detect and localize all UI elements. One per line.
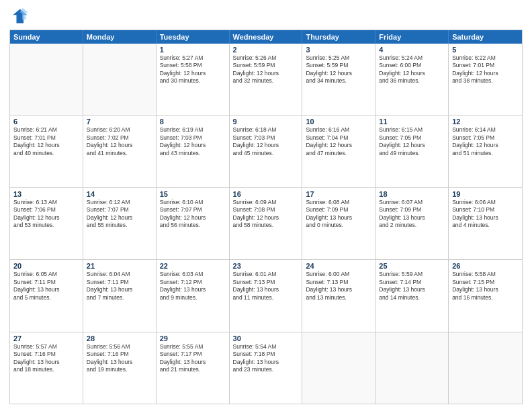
calendar-row-3: 20Sunrise: 6:05 AM Sunset: 7:11 PM Dayli… <box>10 259 522 331</box>
day-number: 14 <box>87 190 152 198</box>
day-number: 15 <box>160 190 226 198</box>
day-info: Sunrise: 6:10 AM Sunset: 7:07 PM Dayligh… <box>160 199 226 230</box>
day-info: Sunrise: 5:27 AM Sunset: 5:58 PM Dayligh… <box>160 54 226 85</box>
calendar-row-0: 1Sunrise: 5:27 AM Sunset: 5:58 PM Daylig… <box>10 44 522 115</box>
day-number: 5 <box>452 46 519 54</box>
calendar-row-4: 27Sunrise: 5:57 AM Sunset: 7:16 PM Dayli… <box>10 332 522 404</box>
day-cell-11: 11Sunrise: 6:15 AM Sunset: 7:05 PM Dayli… <box>375 116 449 187</box>
weekday-header-monday: Monday <box>83 30 157 44</box>
day-cell-15: 15Sunrise: 6:10 AM Sunset: 7:07 PM Dayli… <box>157 188 230 259</box>
day-cell-14: 14Sunrise: 6:12 AM Sunset: 7:07 PM Dayli… <box>83 188 157 259</box>
day-cell-8: 8Sunrise: 6:19 AM Sunset: 7:03 PM Daylig… <box>157 116 230 187</box>
day-info: Sunrise: 6:20 AM Sunset: 7:02 PM Dayligh… <box>87 126 152 157</box>
day-number: 8 <box>160 118 226 126</box>
day-info: Sunrise: 6:19 AM Sunset: 7:03 PM Dayligh… <box>160 126 226 157</box>
day-number: 13 <box>13 190 79 198</box>
day-info: Sunrise: 6:12 AM Sunset: 7:07 PM Dayligh… <box>87 199 152 230</box>
day-cell-26: 26Sunrise: 5:58 AM Sunset: 7:15 PM Dayli… <box>449 260 522 331</box>
day-info: Sunrise: 6:16 AM Sunset: 7:04 PM Dayligh… <box>306 126 371 157</box>
day-number: 1 <box>160 46 226 54</box>
day-cell-28: 28Sunrise: 5:56 AM Sunset: 7:16 PM Dayli… <box>83 332 157 404</box>
day-cell-6: 6Sunrise: 6:21 AM Sunset: 7:01 PM Daylig… <box>10 116 83 187</box>
day-number: 7 <box>87 118 152 126</box>
day-info: Sunrise: 6:07 AM Sunset: 7:09 PM Dayligh… <box>379 199 445 230</box>
day-cell-17: 17Sunrise: 6:08 AM Sunset: 7:09 PM Dayli… <box>302 188 375 259</box>
day-number: 28 <box>87 334 152 342</box>
day-number: 21 <box>87 262 152 270</box>
day-cell-19: 19Sunrise: 6:06 AM Sunset: 7:10 PM Dayli… <box>449 188 522 259</box>
day-number: 2 <box>233 46 299 54</box>
weekday-header-thursday: Thursday <box>302 30 375 44</box>
day-cell-1: 1Sunrise: 5:27 AM Sunset: 5:58 PM Daylig… <box>157 44 230 115</box>
day-info: Sunrise: 5:59 AM Sunset: 7:14 PM Dayligh… <box>379 271 445 302</box>
day-info: Sunrise: 6:06 AM Sunset: 7:10 PM Dayligh… <box>452 199 519 230</box>
day-number: 23 <box>233 262 299 270</box>
weekday-header-wednesday: Wednesday <box>230 30 303 44</box>
day-number: 10 <box>306 118 371 126</box>
empty-cell <box>83 44 157 115</box>
day-info: Sunrise: 6:18 AM Sunset: 7:03 PM Dayligh… <box>233 126 299 157</box>
header <box>9 7 523 26</box>
day-info: Sunrise: 6:08 AM Sunset: 7:09 PM Dayligh… <box>306 199 371 230</box>
weekday-header-friday: Friday <box>375 30 449 44</box>
day-info: Sunrise: 6:14 AM Sunset: 7:05 PM Dayligh… <box>452 126 519 157</box>
empty-cell <box>375 332 449 404</box>
calendar: SundayMondayTuesdayWednesdayThursdayFrid… <box>9 30 523 404</box>
empty-cell <box>10 44 83 115</box>
day-cell-16: 16Sunrise: 6:09 AM Sunset: 7:08 PM Dayli… <box>230 188 303 259</box>
day-number: 3 <box>306 46 371 54</box>
day-info: Sunrise: 6:21 AM Sunset: 7:01 PM Dayligh… <box>13 126 79 157</box>
day-cell-27: 27Sunrise: 5:57 AM Sunset: 7:16 PM Dayli… <box>10 332 83 404</box>
day-cell-30: 30Sunrise: 5:54 AM Sunset: 7:18 PM Dayli… <box>230 332 303 404</box>
day-number: 11 <box>379 118 445 126</box>
day-number: 27 <box>13 334 79 342</box>
day-cell-13: 13Sunrise: 6:13 AM Sunset: 7:06 PM Dayli… <box>10 188 83 259</box>
weekday-header-tuesday: Tuesday <box>157 30 230 44</box>
day-cell-29: 29Sunrise: 5:55 AM Sunset: 7:17 PM Dayli… <box>157 332 230 404</box>
day-info: Sunrise: 5:58 AM Sunset: 7:15 PM Dayligh… <box>452 271 519 302</box>
day-cell-5: 5Sunrise: 6:22 AM Sunset: 7:01 PM Daylig… <box>449 44 522 115</box>
day-cell-24: 24Sunrise: 6:00 AM Sunset: 7:13 PM Dayli… <box>302 260 375 331</box>
day-info: Sunrise: 6:22 AM Sunset: 7:01 PM Dayligh… <box>452 54 519 85</box>
day-cell-9: 9Sunrise: 6:18 AM Sunset: 7:03 PM Daylig… <box>230 116 303 187</box>
day-info: Sunrise: 5:25 AM Sunset: 5:59 PM Dayligh… <box>306 54 371 85</box>
day-info: Sunrise: 6:05 AM Sunset: 7:11 PM Dayligh… <box>13 271 79 302</box>
day-info: Sunrise: 6:09 AM Sunset: 7:08 PM Dayligh… <box>233 199 299 230</box>
day-cell-25: 25Sunrise: 5:59 AM Sunset: 7:14 PM Dayli… <box>375 260 449 331</box>
day-info: Sunrise: 5:56 AM Sunset: 7:16 PM Dayligh… <box>87 343 152 374</box>
day-info: Sunrise: 6:03 AM Sunset: 7:12 PM Dayligh… <box>160 271 226 302</box>
calendar-row-2: 13Sunrise: 6:13 AM Sunset: 7:06 PM Dayli… <box>10 187 522 259</box>
day-number: 26 <box>452 262 519 270</box>
day-number: 29 <box>160 334 226 342</box>
day-cell-3: 3Sunrise: 5:25 AM Sunset: 5:59 PM Daylig… <box>302 44 375 115</box>
logo-icon <box>9 7 28 26</box>
day-number: 22 <box>160 262 226 270</box>
day-number: 4 <box>379 46 445 54</box>
day-info: Sunrise: 5:55 AM Sunset: 7:17 PM Dayligh… <box>160 343 226 374</box>
calendar-row-1: 6Sunrise: 6:21 AM Sunset: 7:01 PM Daylig… <box>10 115 522 187</box>
weekday-header-saturday: Saturday <box>449 30 522 44</box>
day-cell-21: 21Sunrise: 6:04 AM Sunset: 7:11 PM Dayli… <box>83 260 157 331</box>
day-info: Sunrise: 6:13 AM Sunset: 7:06 PM Dayligh… <box>13 199 79 230</box>
day-info: Sunrise: 6:00 AM Sunset: 7:13 PM Dayligh… <box>306 271 371 302</box>
day-number: 20 <box>13 262 79 270</box>
day-number: 19 <box>452 190 519 198</box>
day-info: Sunrise: 6:04 AM Sunset: 7:11 PM Dayligh… <box>87 271 152 302</box>
day-number: 25 <box>379 262 445 270</box>
weekday-header-sunday: Sunday <box>10 30 83 44</box>
empty-cell <box>449 332 522 404</box>
day-info: Sunrise: 5:57 AM Sunset: 7:16 PM Dayligh… <box>13 343 79 374</box>
day-cell-2: 2Sunrise: 5:26 AM Sunset: 5:59 PM Daylig… <box>230 44 303 115</box>
day-number: 24 <box>306 262 371 270</box>
day-info: Sunrise: 5:54 AM Sunset: 7:18 PM Dayligh… <box>233 343 299 374</box>
day-number: 6 <box>13 118 79 126</box>
calendar-header: SundayMondayTuesdayWednesdayThursdayFrid… <box>10 30 522 44</box>
calendar-body: 1Sunrise: 5:27 AM Sunset: 5:58 PM Daylig… <box>10 44 522 404</box>
day-cell-20: 20Sunrise: 6:05 AM Sunset: 7:11 PM Dayli… <box>10 260 83 331</box>
day-number: 17 <box>306 190 371 198</box>
day-number: 12 <box>452 118 519 126</box>
day-cell-12: 12Sunrise: 6:14 AM Sunset: 7:05 PM Dayli… <box>449 116 522 187</box>
day-cell-22: 22Sunrise: 6:03 AM Sunset: 7:12 PM Dayli… <box>157 260 230 331</box>
day-number: 16 <box>233 190 299 198</box>
page: SundayMondayTuesdayWednesdayThursdayFrid… <box>0 0 532 411</box>
